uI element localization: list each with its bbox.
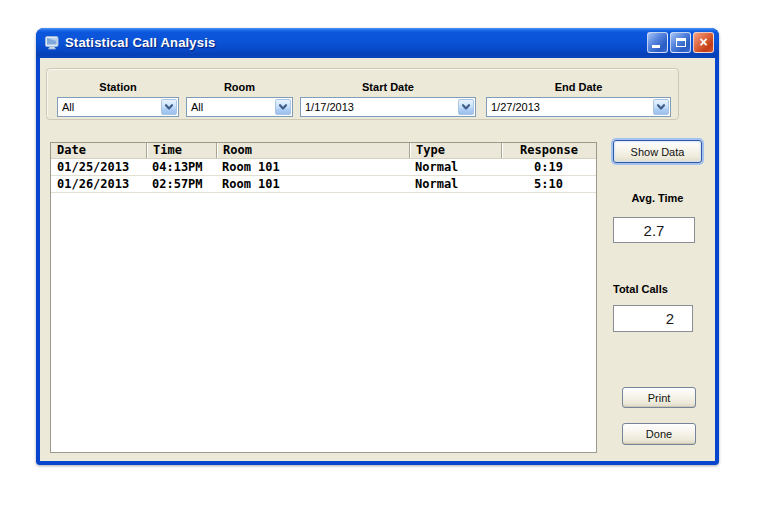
maximize-icon <box>676 38 686 47</box>
column-header-room[interactable]: Room <box>216 143 409 158</box>
close-icon: × <box>694 33 713 52</box>
print-button[interactable]: Print <box>622 387 696 408</box>
end-date-label: End Date <box>486 80 671 94</box>
column-header-response[interactable]: Response <box>501 143 596 158</box>
cell-room: Room 101 <box>216 176 409 192</box>
done-button[interactable]: Done <box>622 423 696 445</box>
column-header-time[interactable]: Time <box>146 143 216 158</box>
chevron-down-icon[interactable] <box>653 99 669 115</box>
app-window: Statistical Call Analysis × Station Al <box>36 28 719 465</box>
cell-type: Normal <box>409 176 501 192</box>
room-value: All <box>187 101 274 113</box>
title-bar[interactable]: Statistical Call Analysis × <box>36 28 719 58</box>
window-controls: × <box>647 32 714 53</box>
end-date-dropdown[interactable]: 1/27/2013 <box>486 97 671 117</box>
filter-panel: Station All Room All <box>46 68 679 120</box>
table-row[interactable]: 01/26/2013 02:57PM Room 101 Normal 5:10 <box>51 176 596 193</box>
cell-room: Room 101 <box>216 159 409 175</box>
cell-response: 0:19 <box>501 159 596 175</box>
call-data-table[interactable]: Date Time Room Type Response 01/25/2013 … <box>50 142 597 453</box>
start-date-label: Start Date <box>300 80 476 94</box>
start-date-dropdown[interactable]: 1/17/2013 <box>300 97 476 117</box>
total-calls-value: 2 <box>613 305 693 332</box>
station-label: Station <box>57 80 179 94</box>
cell-time: 02:57PM <box>146 176 216 192</box>
minimize-icon <box>652 45 660 48</box>
column-header-type[interactable]: Type <box>409 143 501 158</box>
cell-type: Normal <box>409 159 501 175</box>
station-value: All <box>58 101 160 113</box>
cell-date: 01/26/2013 <box>51 176 146 192</box>
room-dropdown[interactable]: All <box>186 97 293 117</box>
table-row[interactable]: 01/25/2013 04:13PM Room 101 Normal 0:19 <box>51 159 596 176</box>
column-header-date[interactable]: Date <box>51 143 146 158</box>
window-title: Statistical Call Analysis <box>65 35 215 52</box>
cell-response: 5:10 <box>501 176 596 192</box>
monitor-icon <box>44 35 60 51</box>
start-date-value: 1/17/2013 <box>301 101 457 113</box>
station-dropdown[interactable]: All <box>57 97 179 117</box>
minimize-button[interactable] <box>647 32 668 53</box>
window-content: Station All Room All <box>40 58 715 461</box>
end-date-value: 1/27/2013 <box>487 101 652 113</box>
show-data-button[interactable]: Show Data <box>613 140 702 163</box>
cell-date: 01/25/2013 <box>51 159 146 175</box>
cell-time: 04:13PM <box>146 159 216 175</box>
chevron-down-icon[interactable] <box>275 99 291 115</box>
table-header: Date Time Room Type Response <box>51 143 596 159</box>
chevron-down-icon[interactable] <box>458 99 474 115</box>
avg-time-label: Avg. Time <box>613 191 702 205</box>
close-button[interactable]: × <box>693 32 714 53</box>
chevron-down-icon[interactable] <box>161 99 177 115</box>
room-label: Room <box>186 80 293 94</box>
desktop: Statistical Call Analysis × Station Al <box>0 0 758 508</box>
total-calls-label: Total Calls <box>613 282 702 296</box>
maximize-button[interactable] <box>670 32 691 53</box>
avg-time-value: 2.7 <box>613 217 695 243</box>
